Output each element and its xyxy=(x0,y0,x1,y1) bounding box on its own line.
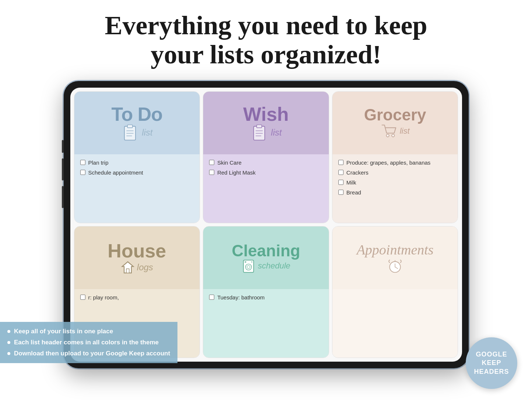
grocery-title: Grocery xyxy=(364,107,426,123)
alarm-clock-icon xyxy=(387,258,403,274)
checkbox xyxy=(209,295,214,300)
svg-point-17 xyxy=(251,261,253,263)
bullet-item-2: Each list header comes in all colors in … xyxy=(7,339,170,346)
checkbox xyxy=(209,170,214,175)
svg-rect-1 xyxy=(127,125,133,128)
tablet-screen: To Do list xyxy=(70,88,462,362)
appt-body xyxy=(332,289,458,358)
todo-subtitle: list xyxy=(142,128,152,137)
grocery-card: Grocery list xyxy=(332,91,458,223)
svg-rect-12 xyxy=(126,269,129,273)
checkbox xyxy=(80,160,85,165)
svg-rect-6 xyxy=(257,125,262,128)
house-subtitle: logs xyxy=(137,262,153,273)
house-icon xyxy=(121,260,135,274)
svg-point-10 xyxy=(386,134,389,137)
grocery-header: Grocery list xyxy=(332,92,458,154)
wish-header: Wish list xyxy=(203,92,329,154)
todo-card: To Do list xyxy=(74,91,200,223)
svg-rect-16 xyxy=(245,261,246,263)
todo-header: To Do list xyxy=(74,92,200,154)
todo-body: Plan trip Schedule appointment xyxy=(74,154,200,223)
cleaning-card: Cleaning schedule xyxy=(203,226,329,358)
wish-card: Wish list xyxy=(203,91,329,223)
checkbox xyxy=(338,170,343,175)
heading-line2: your lists organized! xyxy=(0,40,532,69)
checkbox xyxy=(80,170,85,175)
bullets-overlay: Keep all of your lists in one place Each… xyxy=(0,322,177,363)
house-header: House logs xyxy=(74,226,200,289)
todo-title: To Do xyxy=(112,105,162,124)
cleaning-subtitle: schedule xyxy=(258,261,290,271)
wish-title: Wish xyxy=(243,105,289,124)
heading-line1: Everything you need to keep xyxy=(0,11,532,40)
wish-clipboard-icon xyxy=(250,124,268,141)
grocery-subtitle: list xyxy=(400,127,410,135)
list-item: Tuesday: bathroom xyxy=(209,294,323,301)
bullet-dot xyxy=(7,330,10,333)
checkbox xyxy=(338,190,343,195)
list-item: Skin Care xyxy=(209,159,323,166)
cleaning-title: Cleaning xyxy=(232,243,300,259)
list-item: Produce: grapes, apples, bananas xyxy=(338,159,452,166)
svg-point-11 xyxy=(392,134,394,137)
cleaning-body: Tuesday: bathroom xyxy=(203,289,329,358)
bullet-item-1: Keep all of your lists in one place xyxy=(7,328,170,335)
washer-icon xyxy=(242,259,256,273)
cart-icon xyxy=(381,123,397,139)
grocery-body: Produce: grapes, apples, bananas Cracker… xyxy=(332,154,458,223)
tablet-button-1 xyxy=(62,140,64,153)
list-item: Plan trip xyxy=(80,159,194,166)
list-item: r: play room, xyxy=(80,294,194,301)
appt-title: Appointments xyxy=(357,242,434,258)
checkbox xyxy=(80,295,85,300)
house-title: House xyxy=(108,241,166,260)
clipboard-icon xyxy=(121,124,139,141)
list-item: Crackers xyxy=(338,169,452,176)
list-item: Schedule appointment xyxy=(80,169,194,176)
checkbox xyxy=(209,160,214,165)
google-keep-badge: GOOGLE KEEP HEADERS xyxy=(466,337,517,389)
bullet-dot xyxy=(7,352,10,355)
list-item: Bread xyxy=(338,189,452,196)
wish-body: Skin Care Red Light Mask xyxy=(203,154,329,223)
appt-header: Appointments xyxy=(332,226,458,289)
bullet-dot xyxy=(7,341,10,344)
list-item: Red Light Mask xyxy=(209,169,323,176)
wish-subtitle: list xyxy=(271,128,282,137)
checkbox xyxy=(338,180,343,185)
appointments-card: Appointments xyxy=(332,226,458,358)
tablet-button-3 xyxy=(62,186,64,208)
checkbox xyxy=(338,160,343,165)
bullet-item-3: Download then upload to your Google Keep… xyxy=(7,350,170,357)
tablet-button-2 xyxy=(62,158,64,180)
main-heading: Everything you need to keep your lists o… xyxy=(0,0,532,69)
list-item: Milk xyxy=(338,179,452,186)
cleaning-header: Cleaning schedule xyxy=(203,226,329,289)
